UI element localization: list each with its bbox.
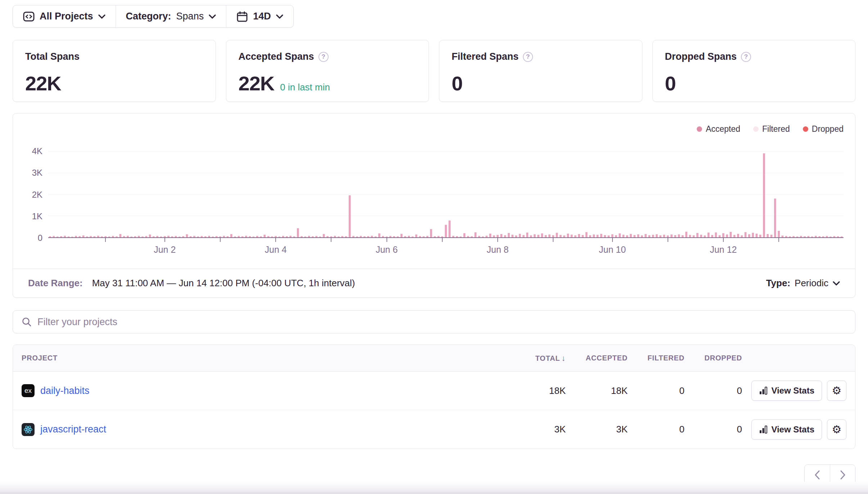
column-header-project[interactable]: PROJECT	[22, 354, 512, 362]
chevron-down-icon	[833, 281, 840, 286]
project-settings-button[interactable]: ⚙	[827, 419, 846, 440]
card-value: 22K	[239, 72, 275, 95]
usage-chart: Accepted Filtered Dropped 4K 3K 2K 1K 0	[13, 113, 855, 269]
x-axis-tick	[164, 238, 165, 242]
page-bottom-edge	[0, 482, 868, 494]
express-platform-icon: ex	[22, 384, 35, 397]
x-axis-tick	[723, 238, 724, 242]
project-filter-box	[13, 310, 855, 333]
dropped-dot-icon	[803, 126, 808, 132]
chevron-down-icon	[209, 14, 216, 19]
project-filter-value: All Projects	[40, 11, 93, 22]
x-axis-tick	[668, 238, 668, 242]
type-dropdown[interactable]: Type: Periodic	[766, 278, 840, 289]
x-tick-label: Jun 6	[376, 244, 398, 255]
usage-chart-card: Accepted Filtered Dropped 4K 3K 2K 1K 0	[13, 113, 855, 298]
card-value: 0	[665, 72, 676, 95]
x-tick-label: Jun 10	[599, 244, 626, 255]
accepted-spans-card: Accepted Spans ? 22K 0 in last min	[226, 40, 429, 102]
help-icon[interactable]: ?	[741, 52, 751, 62]
y-tick-label: 3K	[32, 168, 42, 178]
x-axis-tick	[220, 238, 221, 242]
legend-item-dropped[interactable]: Dropped	[803, 124, 844, 134]
dropped-cell: 0	[684, 424, 742, 435]
view-stats-button[interactable]: View Stats	[751, 381, 822, 401]
chart-legend: Accepted Filtered Dropped	[24, 123, 844, 135]
total-spans-card: Total Spans 22K	[13, 40, 216, 102]
project-filter-dropdown[interactable]: All Projects	[13, 5, 116, 27]
search-icon	[22, 317, 32, 327]
x-axis-tick	[442, 238, 443, 242]
y-tick-label: 2K	[32, 190, 42, 200]
filter-projects-input[interactable]	[37, 316, 846, 328]
chart-plot-area	[48, 151, 844, 238]
filters-toolbar: All Projects Category: Spans 14D	[13, 5, 294, 28]
sort-desc-icon: ↓	[561, 354, 566, 363]
date-range-dropdown[interactable]: 14D	[226, 5, 293, 27]
category-label: Category:	[126, 11, 171, 22]
legend-item-filtered[interactable]: Filtered	[753, 124, 790, 134]
x-axis-tick	[105, 238, 106, 242]
x-axis-tick	[612, 238, 613, 242]
filtered-cell: 0	[628, 424, 684, 435]
help-icon[interactable]: ?	[523, 52, 533, 62]
gear-icon: ⚙	[832, 385, 842, 396]
table-row: javascript-react 3K 3K 0 0 View Stats ⚙	[13, 410, 855, 449]
filtered-cell: 0	[628, 385, 684, 396]
column-header-accepted[interactable]: ACCEPTED	[566, 354, 628, 362]
card-title: Accepted Spans	[239, 51, 314, 62]
y-axis: 4K 3K 2K 1K 0	[24, 151, 48, 238]
accepted-bars-series	[48, 151, 844, 237]
projects-table: PROJECT TOTAL↓ ACCEPTED FILTERED DROPPED…	[13, 345, 855, 449]
bar-chart-icon	[759, 425, 768, 434]
date-range-label: Date Range:	[28, 278, 83, 289]
accepted-cell: 3K	[566, 424, 628, 435]
column-header-filtered[interactable]: FILTERED	[628, 354, 684, 362]
legend-item-accepted[interactable]: Accepted	[697, 124, 740, 134]
date-range-value: May 31 11:00 AM — Jun 14 12:00 PM (-04:0…	[92, 278, 355, 289]
date-range-row: Date Range: May 31 11:00 AM — Jun 14 12:…	[13, 269, 855, 297]
chevron-down-icon	[276, 14, 283, 19]
view-stats-button[interactable]: View Stats	[751, 419, 822, 440]
x-axis-tick	[778, 238, 779, 242]
card-title: Filtered Spans	[452, 51, 519, 62]
x-tick-label: Jun 4	[265, 244, 287, 255]
stats-page: All Projects Category: Spans 14D Total S…	[0, 0, 868, 494]
project-settings-button[interactable]: ⚙	[827, 381, 846, 401]
total-cell: 3K	[512, 424, 566, 435]
column-header-total[interactable]: TOTAL↓	[512, 354, 566, 363]
x-axis-tick	[331, 238, 331, 242]
project-link[interactable]: daily-habits	[40, 385, 90, 396]
table-row: ex daily-habits 18K 18K 0 0 View Stats ⚙	[13, 372, 855, 410]
column-header-dropped[interactable]: DROPPED	[684, 354, 742, 362]
help-icon[interactable]: ?	[318, 52, 329, 62]
table-header-row: PROJECT TOTAL↓ ACCEPTED FILTERED DROPPED	[13, 345, 855, 372]
x-axis-labels: Jun 2Jun 4Jun 6Jun 8Jun 10Jun 12	[48, 244, 844, 259]
x-axis-tick	[497, 238, 498, 242]
y-tick-label: 0	[38, 233, 42, 243]
category-dropdown[interactable]: Category: Spans	[116, 5, 226, 27]
calendar-icon	[236, 11, 248, 22]
total-cell: 18K	[512, 385, 566, 396]
date-range-value: 14D	[253, 11, 271, 22]
card-value: 22K	[25, 72, 61, 95]
stat-cards: Total Spans 22K Accepted Spans ? 22K 0 i…	[13, 40, 855, 102]
bar-chart-icon	[759, 386, 768, 395]
dropped-spans-card: Dropped Spans ? 0	[652, 40, 856, 102]
dropped-cell: 0	[684, 385, 742, 396]
card-value: 0	[452, 72, 462, 95]
card-subtext: 0 in last min	[280, 82, 330, 93]
x-axis-ticks	[48, 238, 844, 243]
accepted-cell: 18K	[566, 385, 628, 396]
y-tick-label: 4K	[32, 146, 42, 156]
chevron-down-icon	[98, 14, 105, 19]
project-link[interactable]: javascript-react	[40, 424, 106, 435]
x-axis-tick	[553, 238, 553, 242]
accepted-dot-icon	[697, 126, 702, 132]
card-title: Total Spans	[25, 51, 80, 62]
category-value: Spans	[176, 11, 204, 22]
x-tick-label: Jun 8	[487, 244, 508, 255]
x-axis-tick	[386, 238, 387, 242]
x-tick-label: Jun 12	[710, 244, 737, 255]
chevron-left-icon	[814, 470, 820, 480]
